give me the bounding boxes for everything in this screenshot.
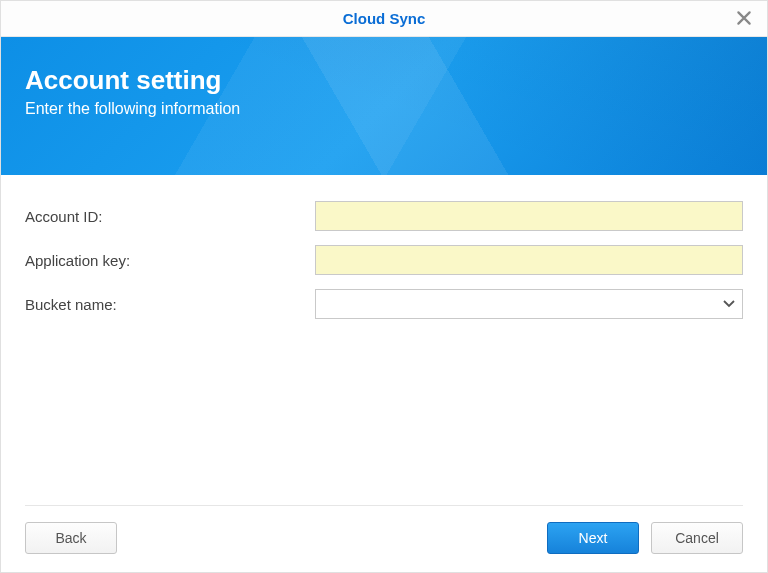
page-subtitle: Enter the following information	[25, 100, 743, 118]
banner: Account setting Enter the following info…	[1, 37, 767, 175]
application-key-label: Application key:	[25, 252, 315, 269]
row-bucket-name: Bucket name:	[25, 289, 743, 319]
cancel-button[interactable]: Cancel	[651, 522, 743, 554]
account-id-label: Account ID:	[25, 208, 315, 225]
titlebar: Cloud Sync	[1, 1, 767, 37]
back-button[interactable]: Back	[25, 522, 117, 554]
row-application-key: Application key:	[25, 245, 743, 275]
bucket-name-label: Bucket name:	[25, 296, 315, 313]
account-id-input[interactable]	[315, 201, 743, 231]
window-title: Cloud Sync	[343, 10, 426, 27]
form-area: Account ID: Application key: Bucket name…	[1, 175, 767, 319]
application-key-input[interactable]	[315, 245, 743, 275]
page-heading: Account setting	[25, 65, 743, 96]
next-button[interactable]: Next	[547, 522, 639, 554]
footer: Back Next Cancel	[25, 505, 743, 572]
row-account-id: Account ID:	[25, 201, 743, 231]
bucket-name-select[interactable]	[315, 289, 743, 319]
bucket-name-value[interactable]	[315, 289, 743, 319]
close-icon[interactable]	[735, 9, 753, 27]
